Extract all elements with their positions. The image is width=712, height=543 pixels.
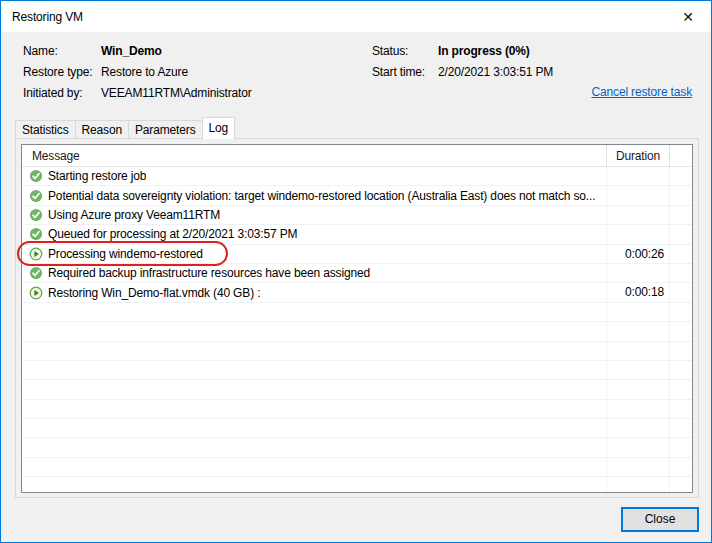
- log-tab-panel: Message Duration Starting restore job: [15, 138, 699, 498]
- status-label: Status:: [372, 44, 408, 58]
- cancel-restore-task-link[interactable]: Cancel restore task: [591, 85, 692, 99]
- status-icon: [29, 286, 43, 300]
- empty-row: [22, 322, 692, 341]
- check-icon: [29, 227, 43, 241]
- initiated-by-label: Initiated by:: [23, 86, 82, 100]
- name-label: Name:: [23, 44, 58, 58]
- tab-reason[interactable]: Reason: [75, 120, 128, 139]
- empty-row: [22, 438, 692, 457]
- tab-statistics[interactable]: Statistics: [15, 120, 75, 139]
- empty-row: [22, 380, 692, 399]
- status-icon: [29, 169, 43, 183]
- log-duration: [606, 206, 669, 224]
- status-icon: [29, 208, 43, 222]
- tab-parameters[interactable]: Parameters: [128, 120, 202, 139]
- tab-strip: Statistics Reason Parameters Log: [15, 117, 235, 139]
- close-icon[interactable]: ✕: [673, 5, 703, 29]
- title-bar: Restoring VM ✕: [1, 1, 711, 32]
- log-message: Required backup infrastructure resources…: [48, 266, 370, 280]
- check-icon: [29, 189, 43, 203]
- status-icon: [29, 227, 43, 241]
- column-header-duration[interactable]: Duration: [606, 145, 669, 166]
- log-message: Queued for processing at 2/20/2021 3:03:…: [48, 227, 297, 241]
- status-icon: [29, 247, 43, 261]
- window-title: Restoring VM: [12, 10, 83, 24]
- log-duration: [606, 264, 669, 282]
- restore-type-label: Restore type:: [23, 65, 92, 79]
- log-duration: 0:00:18: [606, 283, 669, 301]
- log-message: Using Azure proxy Veeam11RTM: [48, 208, 220, 222]
- log-duration: 0:00:26: [606, 245, 669, 263]
- log-duration: [606, 167, 669, 185]
- empty-row: [22, 303, 692, 322]
- check-icon: [29, 208, 43, 222]
- column-header-spacer: [669, 145, 692, 166]
- table-row[interactable]: Queued for processing at 2/20/2021 3:03:…: [22, 225, 692, 244]
- check-icon: [29, 169, 43, 183]
- play-icon: [29, 286, 43, 300]
- log-message: Processing windemo-restored: [48, 247, 203, 261]
- table-row[interactable]: Required backup infrastructure resources…: [22, 264, 692, 283]
- check-icon: [29, 266, 43, 280]
- empty-row: [22, 361, 692, 380]
- log-table: Message Duration Starting restore job: [21, 144, 693, 493]
- table-row-processing[interactable]: Processing windemo-restored 0:00:26: [22, 245, 692, 264]
- close-button[interactable]: Close: [621, 507, 699, 532]
- table-row[interactable]: Restoring Win_Demo-flat.vmdk (40 GB) : 0…: [22, 283, 692, 302]
- vm-name-value: Win_Demo: [101, 44, 162, 58]
- restore-type-value: Restore to Azure: [101, 65, 188, 79]
- initiated-by-value: VEEAM11RTM\Administrator: [101, 86, 252, 100]
- status-icon: [29, 266, 43, 280]
- log-message: Starting restore job: [48, 169, 146, 183]
- empty-row: [22, 458, 692, 477]
- log-duration: [606, 225, 669, 243]
- table-row[interactable]: Starting restore job: [22, 167, 692, 186]
- empty-row: [22, 419, 692, 438]
- log-message: Restoring Win_Demo-flat.vmdk (40 GB) :: [48, 286, 260, 300]
- table-row[interactable]: Potential data sovereignty violation: ta…: [22, 186, 692, 205]
- tab-log[interactable]: Log: [202, 117, 236, 139]
- play-icon: [29, 247, 43, 261]
- empty-row: [22, 400, 692, 419]
- column-header-message[interactable]: Message: [22, 145, 606, 166]
- table-header-row: Message Duration: [22, 145, 692, 167]
- empty-row: [22, 342, 692, 361]
- start-time-value: 2/20/2021 3:03:51 PM: [438, 65, 553, 79]
- restoring-vm-dialog: Restoring VM ✕ Name: Win_Demo Restore ty…: [0, 0, 712, 543]
- empty-row: [22, 477, 692, 493]
- status-icon: [29, 189, 43, 203]
- log-message: Potential data sovereignty violation: ta…: [48, 189, 595, 203]
- log-duration: [606, 186, 669, 204]
- start-time-label: Start time:: [372, 65, 425, 79]
- status-value: In progress (0%): [438, 44, 530, 58]
- table-row[interactable]: Using Azure proxy Veeam11RTM: [22, 206, 692, 225]
